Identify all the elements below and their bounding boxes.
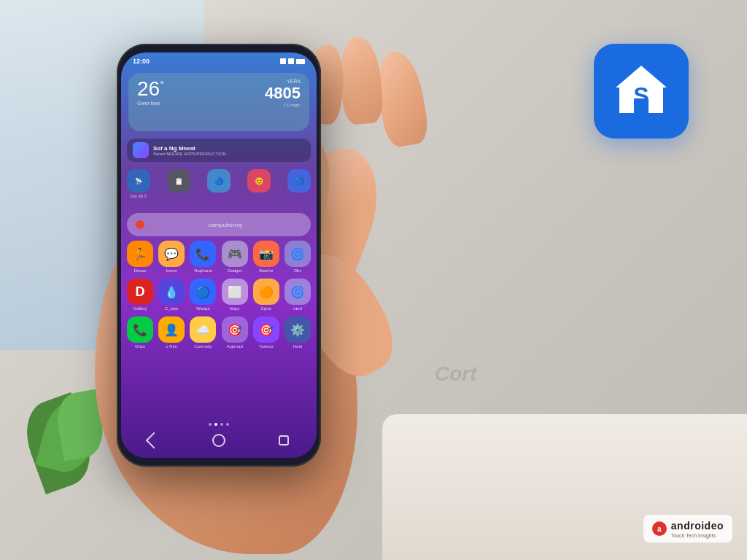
app-gadget[interactable]: 🎮 Gadget [222, 241, 248, 273]
battery-icon [296, 59, 305, 64]
bixby-row: Sof a Ng Mneat Select MHORE APPS/PRODUCT… [127, 139, 311, 162]
nav-home-button[interactable] [210, 432, 228, 449]
app-rim[interactable]: 👤 o Rim [158, 316, 185, 349]
quick-app-label-1: Ow 35.5 [131, 194, 147, 198]
app-phone-icon: 📞 [190, 241, 216, 267]
watermark-tagline: Touch Tech Insights [671, 533, 724, 538]
hand-phone-container: 12:00 26° Gwer bwe YERA 4805 1.0 [58, 29, 438, 554]
app-cpne[interactable]: 🟠 Cpne [253, 279, 279, 311]
app-ghss-label: Ghss [135, 344, 145, 349]
page-dot-1 [209, 423, 212, 426]
app-cews-icon: 💧 [158, 279, 185, 305]
app-ghss[interactable]: 📞 Ghss [127, 316, 153, 349]
app-messages[interactable]: 💬 bums [158, 241, 185, 273]
app-row-1: 🏃 Devss 💬 bums 📞 Nophane 🎮 Gadget [127, 241, 311, 273]
app-row-3: 📞 Ghss 👤 o Rim ☁️ Camrady 🎯 Appmad [127, 316, 311, 349]
app-wango[interactable]: 🔵 Wango [190, 279, 216, 311]
app-various[interactable]: 🎯 Yarious [253, 316, 279, 349]
app-various-label: Yarious [259, 344, 274, 349]
quick-app-5[interactable]: 🔵 [287, 169, 311, 198]
app-nopy[interactable]: ⬜ Nopy [222, 279, 248, 311]
bixby-text-block: Sof a Ng Mneat Select MHORE APPS/PRODUCT… [153, 145, 226, 156]
app-gallery-label: Gallery [133, 306, 147, 311]
app-camrady-icon: ☁️ [190, 316, 216, 343]
app-cpne-label: Cpne [261, 306, 271, 311]
weather-number: 4805 [265, 84, 301, 103]
quick-app-icon-1: 📡 [127, 169, 150, 192]
page-dot-3 [220, 423, 223, 426]
app-oted[interactable]: 🌀 oted [285, 279, 311, 311]
phone-screen: 12:00 26° Gwer bwe YERA 4805 1.0 [121, 52, 317, 458]
quick-app-2[interactable]: 📋 [167, 169, 190, 198]
app-camera[interactable]: 📸 Datche [253, 241, 279, 273]
app-oted-icon: 🌀 [285, 279, 311, 305]
page-dot-4 [226, 423, 229, 426]
app-various-icon: 🎯 [253, 316, 279, 343]
app-phone[interactable]: 📞 Nophane [190, 241, 216, 273]
app-gadget-icon: 🎮 [222, 241, 248, 267]
app-appmad-icon: 🎯 [222, 316, 248, 343]
quick-app-4[interactable]: 😊 [247, 169, 271, 198]
app-run[interactable]: 🏃 Devss [127, 241, 153, 273]
wifi-icon [288, 58, 294, 64]
app-nopy-icon: ⬜ [222, 279, 248, 305]
app-camrady[interactable]: ☁️ Camrady [190, 316, 216, 349]
app-camrady-label: Camrady [194, 344, 212, 349]
app-oted-label: oted [293, 306, 302, 311]
app-cews-label: C_ews [165, 306, 178, 311]
app-gadget-label: Gadget [228, 268, 242, 273]
app-rim-label: o Rim [166, 344, 177, 349]
weather-widget: 26° Gwer bwe YERA 4805 1.0 mgm [128, 73, 309, 131]
nav-bar [121, 429, 317, 452]
status-icons [280, 58, 305, 64]
smartthings-house-svg: S [608, 58, 674, 124]
quick-app-icon-3: 🔵 [207, 169, 231, 192]
nav-back-icon [145, 432, 162, 449]
app-blue[interactable]: 🌀 Obc [285, 241, 311, 273]
bixby-icon [133, 142, 149, 158]
nav-home-icon [212, 434, 225, 447]
weather-right: YERA 4805 1.0 mgm [265, 79, 301, 107]
nav-recent-icon [279, 435, 289, 446]
app-gallery[interactable]: D Gallery [127, 279, 153, 311]
weather-humidity: 1.0 mgm [265, 103, 301, 107]
nav-back-button[interactable] [145, 432, 163, 449]
app-blue-icon: 🌀 [285, 241, 311, 267]
signal-icon [280, 58, 286, 64]
app-phone-label: Nophane [194, 268, 212, 273]
app-hoel-label: Hoel [293, 344, 302, 349]
bixby-subtitle: Select MHORE APPS/PRODUCTION [153, 152, 226, 156]
app-gallery-icon: D [127, 279, 153, 305]
app-run-label: Devss [134, 268, 147, 273]
nav-recent-button[interactable] [275, 432, 293, 449]
smartthings-s-letter: S [633, 82, 649, 109]
cort-overlay-text: Cort [435, 362, 477, 386]
watermark-text-block: androideo Touch Tech Insights [671, 519, 724, 538]
search-bar[interactable]: campuhornej [127, 213, 311, 236]
app-cews[interactable]: 💧 C_ews [158, 279, 185, 311]
app-nopy-label: Nopy [230, 306, 240, 311]
quick-apps-row: 📡 Ow 35.5 📋 🔵 😊 [127, 166, 311, 201]
app-grid: 🏃 Devss 💬 bums 📞 Nophane 🎮 Gadget [127, 241, 311, 354]
app-hoel-icon: ⚙️ [285, 316, 311, 343]
app-appmad[interactable]: 🎯 Appmad [222, 316, 248, 349]
app-cpne-icon: 🟠 [253, 279, 279, 305]
app-rim-icon: 👤 [158, 316, 185, 343]
app-camera-label: Datche [259, 268, 273, 273]
app-camera-icon: 📸 [253, 241, 279, 267]
app-hoel[interactable]: ⚙️ Hoel [285, 316, 311, 349]
page-dots [121, 423, 317, 426]
quick-app-icon-4: 😊 [247, 169, 271, 192]
weather-label: YERA [265, 79, 301, 84]
app-blue-label: Obc [293, 268, 301, 273]
app-messages-icon: 💬 [158, 241, 185, 267]
watermark-brand: androideo [671, 520, 724, 532]
status-time: 12:00 [133, 58, 150, 65]
quick-app-1[interactable]: 📡 Ow 35.5 [127, 169, 150, 198]
bixby-section: Sof a Ng Mneat Select MHORE APPS/PRODUCT… [127, 139, 311, 206]
quick-app-icon-5: 🔵 [287, 169, 311, 192]
quick-app-3[interactable]: 🔵 [207, 169, 231, 198]
watermark-icon: a [652, 521, 667, 536]
finger-2 [337, 35, 384, 125]
smartthings-logo: S [594, 44, 689, 139]
